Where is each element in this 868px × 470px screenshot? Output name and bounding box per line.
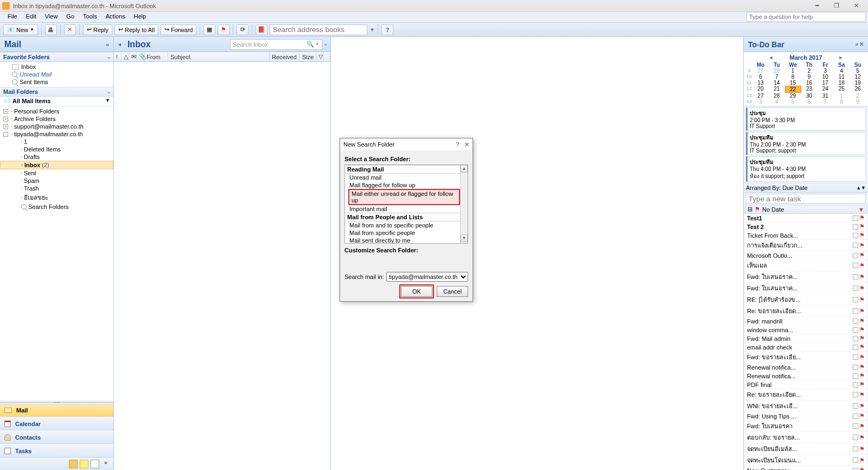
ok-button[interactable]: OK bbox=[401, 286, 432, 297]
flag-icon[interactable]: ⚑ bbox=[859, 232, 865, 239]
menu-file[interactable]: File bbox=[3, 12, 22, 22]
task-checkbox[interactable] bbox=[853, 458, 858, 463]
task-checkbox[interactable] bbox=[853, 373, 858, 379]
followup-button[interactable]: ⚑ bbox=[218, 24, 229, 35]
task-item[interactable]: PDF final⚑ bbox=[745, 380, 867, 389]
task-item[interactable]: จดทะเบียนอีเมล์ส...⚑ bbox=[745, 443, 867, 455]
calendar-day[interactable]: 7 bbox=[769, 74, 785, 80]
menu-view[interactable]: View bbox=[41, 12, 62, 22]
appointment[interactable]: ประชุมทีมThu 2:00 PM - 2:30 PMIT Support… bbox=[746, 132, 866, 155]
close-button[interactable]: ✕ bbox=[846, 1, 866, 11]
calendar-day[interactable]: 4 bbox=[769, 99, 785, 105]
tree-item[interactable]: -tipyada@mailmaster.co.th bbox=[0, 130, 113, 138]
folder-option[interactable]: Important mail bbox=[345, 205, 468, 213]
flag-icon[interactable]: ⚑ bbox=[859, 296, 865, 303]
folder-option[interactable]: Mail from specific people bbox=[345, 229, 468, 237]
flag-icon[interactable]: ⚑ bbox=[859, 354, 865, 361]
menu-actions[interactable]: Actions bbox=[101, 12, 130, 22]
task-item[interactable]: New Customer : ...⚑ bbox=[745, 466, 867, 470]
calendar-day[interactable]: 10 bbox=[817, 74, 833, 80]
tree-item[interactable]: Sent bbox=[0, 169, 113, 177]
flag-icon[interactable]: ⚑ bbox=[859, 364, 865, 371]
calendar-day[interactable]: 25 bbox=[833, 86, 850, 93]
fav-folder[interactable]: Sent Items bbox=[0, 78, 113, 86]
folder-option[interactable]: Mail from and to specific people bbox=[345, 221, 468, 229]
flag-icon[interactable]: ⚑ bbox=[859, 274, 865, 281]
task-item[interactable]: Renewal notifica...⚑ bbox=[745, 363, 867, 372]
flag-icon[interactable]: ⚑ bbox=[859, 372, 865, 379]
task-checkbox[interactable] bbox=[853, 297, 858, 302]
new-task-input[interactable] bbox=[746, 194, 866, 204]
fav-folder[interactable]: Inbox bbox=[0, 63, 113, 71]
calendar-day[interactable]: 23 bbox=[801, 86, 818, 93]
new-button[interactable]: 📧New▼ bbox=[3, 24, 38, 35]
task-item[interactable]: Fwd: ใบเสนอราค...⚑ bbox=[745, 271, 867, 283]
message-list[interactable] bbox=[114, 62, 330, 470]
task-checkbox[interactable] bbox=[853, 263, 858, 268]
expand-icon[interactable]: - bbox=[3, 132, 8, 137]
calendar-day[interactable]: 8 bbox=[785, 74, 801, 80]
calendar-day[interactable]: 22 bbox=[785, 86, 801, 93]
flag-icon[interactable]: ⚑ bbox=[859, 335, 865, 342]
nav-tasks[interactable]: Tasks bbox=[0, 444, 113, 458]
calendar-day[interactable]: 9 bbox=[801, 74, 818, 80]
reply-button[interactable]: ↩Reply bbox=[83, 24, 112, 35]
task-checkbox[interactable] bbox=[853, 253, 858, 258]
appointment[interactable]: ประชุมทีมThu 4:00 PM - 4:30 PMห้อง it su… bbox=[746, 156, 866, 182]
task-item[interactable]: Ticket From Back...⚑ bbox=[745, 231, 867, 240]
task-checkbox[interactable] bbox=[853, 435, 858, 440]
calendar-day[interactable]: 1 bbox=[833, 93, 850, 99]
nav-mail[interactable]: Mail bbox=[0, 403, 113, 417]
all-mail-items[interactable]: 📨 All Mail Items ▼ bbox=[0, 97, 113, 106]
calendar-day[interactable]: 15 bbox=[785, 80, 801, 86]
task-checkbox[interactable] bbox=[853, 319, 858, 324]
nav-calendar[interactable]: Calendar bbox=[0, 417, 113, 430]
task-checkbox[interactable] bbox=[853, 274, 858, 280]
print-button[interactable]: 🖶 bbox=[45, 24, 57, 35]
calendar-day[interactable]: 14 bbox=[769, 80, 785, 86]
flag-icon[interactable]: ⚑ bbox=[859, 446, 865, 453]
calendar-day[interactable]: 19 bbox=[850, 80, 866, 86]
collapse-icon[interactable]: « bbox=[106, 41, 109, 48]
menu-help[interactable]: Help bbox=[130, 12, 151, 22]
maximize-button[interactable]: ❐ bbox=[827, 1, 846, 11]
calendar-day[interactable]: 17 bbox=[817, 80, 833, 86]
tree-item[interactable]: 1 bbox=[0, 138, 113, 145]
task-checkbox[interactable] bbox=[853, 392, 858, 397]
calendar-day[interactable]: 12 bbox=[850, 74, 866, 80]
flag-icon[interactable]: ⚑ bbox=[859, 403, 865, 410]
replyall-button[interactable]: ↩Reply to All bbox=[114, 24, 158, 35]
task-checkbox[interactable] bbox=[853, 224, 858, 230]
calendar-day[interactable]: 30 bbox=[801, 93, 818, 99]
folder-option[interactable]: Mail sent directly to me bbox=[345, 237, 468, 244]
scrollbar[interactable]: ▲▼ bbox=[460, 165, 468, 243]
fav-folder[interactable]: Unread Mail bbox=[0, 71, 113, 78]
notes-shortcut-icon[interactable] bbox=[80, 460, 88, 468]
folder-option[interactable]: Mail either unread or flagged for follow… bbox=[348, 189, 460, 205]
calendar-day[interactable]: 6 bbox=[752, 74, 769, 80]
flag-icon[interactable]: ⚑ bbox=[859, 423, 865, 430]
flag-icon[interactable]: ⚑ bbox=[859, 214, 865, 221]
appointment[interactable]: ประชุม2:00 PM - 3:30 PMIT Support bbox=[746, 107, 866, 131]
task-item[interactable]: การแจ้งเตือนเกี่ยวก...⚑ bbox=[745, 240, 867, 251]
flag-icon[interactable]: ⚑ bbox=[859, 242, 865, 249]
task-item[interactable]: RE: [ได้รับคำร้องข...⚑ bbox=[745, 294, 867, 306]
delete-button[interactable]: ✕ bbox=[64, 24, 76, 35]
account-select[interactable]: tipyada@mailmaster.co.th bbox=[386, 272, 468, 282]
calendar-day[interactable]: 9 bbox=[850, 99, 866, 105]
arranged-by[interactable]: Arranged By: Due Date▲▼ bbox=[744, 183, 868, 193]
configure-icon[interactable]: » bbox=[101, 460, 110, 468]
task-item[interactable]: จดทะเบียนโดเมนแ...⚑ bbox=[745, 455, 867, 466]
calendar-day[interactable]: 7 bbox=[817, 99, 833, 105]
calendar-day[interactable]: 20 bbox=[752, 86, 769, 93]
tree-item[interactable]: Drafts bbox=[0, 153, 113, 161]
calendar-day[interactable]: 5 bbox=[850, 68, 866, 74]
task-checkbox[interactable] bbox=[853, 233, 858, 238]
prev-month-icon[interactable]: ◄ bbox=[769, 55, 774, 60]
task-item[interactable]: Test 2⚑ bbox=[745, 223, 867, 231]
back-icon[interactable]: ◄ bbox=[117, 42, 122, 47]
flag-icon[interactable]: ⚑ bbox=[859, 381, 865, 388]
task-item[interactable]: Fwd: ขอรายละเอีย...⚑ bbox=[745, 352, 867, 363]
flag-icon[interactable]: ⚑ bbox=[859, 344, 865, 351]
tree-item[interactable]: Inbox (2) bbox=[0, 161, 113, 169]
